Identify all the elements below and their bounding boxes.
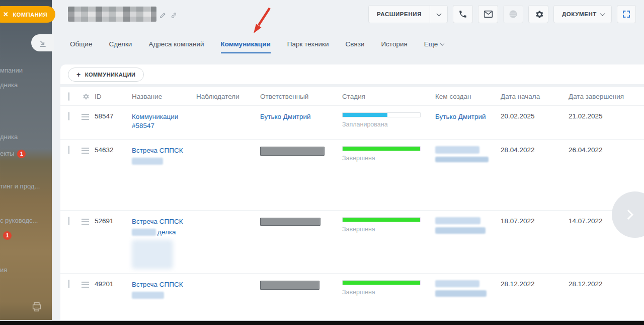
- bottom-bar: [0, 321, 644, 325]
- document-label: ДОКУМЕНТ: [554, 11, 601, 17]
- cell-date-end: 26.04.2022: [569, 140, 644, 154]
- col-header-id[interactable]: ID: [95, 93, 132, 100]
- communication-link-part[interactable]: делка: [157, 228, 176, 237]
- table-row: 52691 Встреча СППСК делка Завершена 18.0…: [60, 211, 644, 274]
- row-checkbox[interactable]: [68, 112, 69, 120]
- cell-watchers: [196, 140, 260, 146]
- plus-icon: +: [76, 71, 81, 79]
- add-communication-button[interactable]: + КОММУНИКАЦИИ: [68, 68, 144, 82]
- row-menu-icon[interactable]: [82, 219, 89, 225]
- communication-link[interactable]: Коммуникации#58547: [132, 112, 196, 131]
- cell-id: 58547: [95, 106, 132, 120]
- extensions-dropdown[interactable]: [430, 13, 447, 16]
- sidebar-item-2[interactable]: дника: [0, 133, 52, 141]
- tab-deals[interactable]: Сделки: [109, 40, 132, 48]
- row-checkbox[interactable]: [68, 280, 69, 288]
- creator-link[interactable]: Бутько Дмитрий: [435, 112, 501, 121]
- col-header-watchers[interactable]: Наблюдатели: [196, 93, 260, 100]
- stage-progress-bar: [342, 217, 421, 222]
- redacted-text: [132, 240, 173, 269]
- chevron-right-icon: [623, 210, 633, 220]
- row-checkbox[interactable]: [68, 146, 69, 154]
- chevron-down-icon: [436, 11, 441, 16]
- stage-label: Завершена: [342, 289, 435, 296]
- row-menu-icon[interactable]: [82, 114, 89, 120]
- cell-date-start: 20.02.2025: [501, 106, 569, 120]
- cell-date-end: 21.02.2025: [569, 106, 644, 120]
- cell-date-start: 28.04.2022: [501, 140, 569, 154]
- globe-icon: [508, 9, 518, 19]
- col-header-name[interactable]: Название: [132, 93, 196, 100]
- col-header-stage[interactable]: Стадия: [342, 93, 435, 100]
- responsible-link[interactable]: Бутько Дмитрий: [260, 112, 342, 121]
- tab-general[interactable]: Общие: [70, 40, 92, 48]
- sidebar-item-companies[interactable]: мпании: [0, 67, 52, 74]
- tab-fleet[interactable]: Парк техники: [287, 40, 329, 48]
- fullscreen-icon: [622, 10, 631, 19]
- tab-more[interactable]: Еще: [424, 40, 444, 48]
- redacted-text: [132, 229, 156, 236]
- company-entity-badge[interactable]: ✕ КОМПАНИЯ: [0, 6, 55, 23]
- redacted-creator: [435, 140, 501, 162]
- cell-id: 54632: [95, 140, 132, 154]
- communication-link[interactable]: Встреча СППСК: [132, 217, 196, 226]
- row-menu-icon[interactable]: [82, 148, 89, 154]
- row-menu-icon[interactable]: [82, 282, 89, 288]
- printer-icon[interactable]: [32, 302, 42, 311]
- communication-link[interactable]: Встреча СППСК: [132, 146, 196, 155]
- close-icon[interactable]: ✕: [3, 11, 9, 18]
- company-title-redacted: [68, 7, 156, 22]
- sidebar-item-projects[interactable]: екты1: [0, 150, 52, 158]
- tab-history[interactable]: История: [381, 40, 407, 48]
- stage-progress-bar: [342, 146, 421, 151]
- company-badge-label: КОМПАНИЯ: [13, 12, 48, 18]
- cell-stage: Завершена: [342, 211, 435, 233]
- fullscreen-button[interactable]: [617, 5, 636, 23]
- sidebar-item-7[interactable]: ия: [0, 266, 52, 274]
- communication-link[interactable]: Встреча СППСК: [132, 280, 196, 289]
- col-header-date-end[interactable]: Дата завершения: [569, 93, 644, 100]
- redacted-responsible: [260, 147, 325, 156]
- table-row: 49201 Встреча СППСК Завершена 28.12.2022…: [60, 274, 644, 320]
- mail-icon: [484, 10, 493, 18]
- cell-stage: Завершена: [342, 140, 435, 162]
- title-actions: [159, 12, 178, 19]
- tab-addresses[interactable]: Адреса компаний: [148, 40, 204, 48]
- link-icon[interactable]: [170, 12, 178, 19]
- phone-button[interactable]: [453, 5, 473, 23]
- settings-button[interactable]: [528, 5, 548, 23]
- onec-button[interactable]: [503, 5, 523, 23]
- table-row: 58547 Коммуникации#58547 Бутько Дмитрий …: [60, 106, 644, 140]
- sidebar-item-marketing[interactable]: тинг и прод...: [0, 182, 52, 190]
- sidebar-item-management[interactable]: с руководс...: [0, 217, 52, 224]
- gear-icon: [82, 93, 89, 100]
- tab-communications[interactable]: Коммуникации: [221, 40, 271, 48]
- cell-date-end: 28.12.2022: [569, 274, 644, 288]
- cell-stage: Завершена: [342, 274, 435, 296]
- entity-tabs: Общие Сделки Адреса компаний Коммуникаци…: [70, 40, 444, 48]
- grid-settings-button[interactable]: [82, 93, 95, 100]
- select-all-checkbox[interactable]: [68, 92, 69, 101]
- cell-date-start: 28.12.2022: [501, 274, 569, 288]
- cell-date-start: 18.07.2022: [501, 211, 569, 225]
- row-checkbox[interactable]: [68, 217, 69, 225]
- stage-progress-bar: [342, 280, 421, 285]
- col-header-date-start[interactable]: Дата начала: [501, 93, 569, 100]
- document-button[interactable]: ДОКУМЕНТ: [553, 5, 612, 23]
- redacted-creator: [435, 211, 501, 234]
- header-toolbar: РАСШИРЕНИЯ ДОКУМЕНТ: [368, 5, 636, 23]
- mail-button[interactable]: [478, 5, 498, 23]
- redacted-creator: [435, 274, 501, 297]
- stage-label: Запланирована: [342, 121, 435, 128]
- notification-badge: 1: [17, 150, 26, 158]
- tab-relations[interactable]: Связи: [346, 40, 365, 48]
- sidebar-item-1[interactable]: дника: [0, 81, 52, 89]
- actions-strip: + КОММУНИКАЦИИ: [60, 64, 644, 84]
- redacted-responsible: [260, 218, 320, 226]
- edit-icon[interactable]: [159, 12, 167, 19]
- col-header-creator[interactable]: Кем создан: [435, 93, 501, 100]
- col-header-responsible[interactable]: Ответственный: [260, 93, 342, 100]
- extensions-button[interactable]: РАСШИРЕНИЯ: [368, 5, 448, 23]
- phone-icon: [458, 10, 467, 19]
- collapse-sidebar-button[interactable]: [31, 34, 54, 51]
